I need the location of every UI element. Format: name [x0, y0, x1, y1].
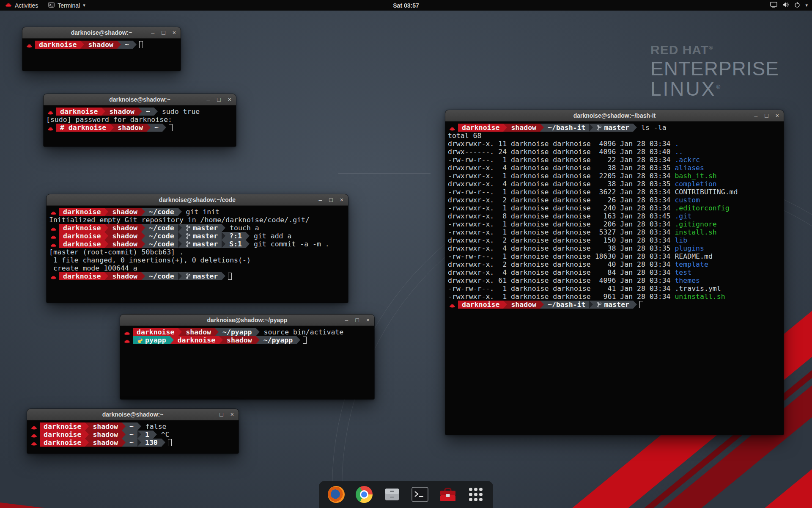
redhat-prompt-icon: [123, 328, 133, 336]
terminal-content[interactable]: darknoiseshadow~ sudo true[sudo] passwor…: [44, 105, 236, 134]
terminal-text: -rw-rw-r--. 1 darknoise darknoise 3622 J…: [448, 188, 675, 196]
close-button[interactable]: ×: [366, 317, 370, 323]
powerline-separator-icon: [102, 108, 105, 116]
powerline-separator-icon: [80, 41, 84, 49]
powerline-separator-icon: [104, 224, 108, 232]
dock-chrome[interactable]: [354, 485, 374, 504]
close-button[interactable]: ×: [340, 197, 343, 203]
window-controls: –□×: [319, 194, 343, 205]
top-bar-left: Activities Terminal ▾: [0, 0, 91, 11]
terminal-text: aliases: [675, 164, 704, 172]
minimize-button[interactable]: –: [345, 317, 348, 323]
terminal-content[interactable]: darknoiseshadow~ falsedarknoiseshadow~1 …: [27, 420, 239, 449]
window-controls: –□×: [207, 94, 231, 105]
redhat-prompt-icon: [49, 208, 59, 216]
dock-terminal[interactable]: [410, 485, 430, 504]
prompt-segment-user: # darknoise: [56, 124, 110, 132]
prompt-segment-path: ~/code: [145, 208, 178, 216]
prompt-segment-host: shadow: [182, 328, 215, 336]
powerline-separator-icon: [110, 124, 114, 132]
powerline-separator-icon: [147, 124, 151, 132]
terminal-content[interactable]: darknoiseshadow~/bash-itmaster ls -latot…: [445, 121, 784, 311]
powerline-separator-icon: [178, 240, 182, 248]
powerline-separator-icon: [122, 431, 126, 439]
prompt-segment-path: ~: [142, 108, 154, 116]
minimize-button[interactable]: –: [151, 30, 155, 36]
terminal-text: -rwxrwxr-x. 1 darknoise darknoise 5327 J…: [448, 228, 675, 236]
redhat-prompt-icon: [448, 124, 458, 132]
window-titlebar[interactable]: darknoise@shadow:~ –□×: [22, 27, 181, 39]
close-button[interactable]: ×: [776, 113, 779, 119]
maximize-button[interactable]: □: [217, 97, 220, 102]
terminal-text: -rw-rw-r--. 1 darknoise darknoise 22 Jan…: [448, 156, 675, 164]
window-title: darknoise@shadow:~: [71, 29, 132, 36]
minimize-button[interactable]: –: [754, 113, 758, 119]
terminal-text: test: [675, 268, 691, 276]
close-button[interactable]: ×: [230, 411, 234, 417]
terminal-text: lib: [675, 236, 687, 244]
maximize-button[interactable]: □: [329, 197, 332, 203]
minimize-button[interactable]: –: [207, 97, 210, 102]
terminal-window-bash-it: darknoise@shadow:~/bash-it –□× darknoise…: [445, 110, 784, 435]
activities-button[interactable]: Activities: [0, 0, 43, 11]
close-button[interactable]: ×: [173, 30, 176, 36]
close-button[interactable]: ×: [228, 97, 231, 102]
dock-toolbox[interactable]: [438, 485, 458, 504]
prompt-segment-host: shadow: [105, 108, 138, 116]
window-titlebar[interactable]: darknoise@shadow:~/pyapp –□×: [120, 315, 374, 326]
powerline-separator-icon: [104, 272, 108, 280]
window-controls: –□×: [209, 409, 234, 420]
redhat-prompt-icon: [46, 108, 56, 116]
window-titlebar[interactable]: darknoise@shadow:~ –□×: [27, 409, 239, 420]
terminal-cursor: [303, 337, 307, 344]
prompt-segment-host: shadow: [108, 232, 141, 240]
window-titlebar[interactable]: darknoise@shadow:~ –□×: [44, 94, 236, 105]
maximize-button[interactable]: □: [765, 113, 768, 119]
terminal-content[interactable]: darknoiseshadow~/code git initInitialize…: [47, 206, 348, 282]
powerline-separator-icon: [122, 422, 126, 431]
terminal-text: ls -la: [637, 124, 667, 132]
terminal-text: themes: [675, 276, 700, 284]
minimize-button[interactable]: –: [319, 197, 322, 203]
dock-firefox[interactable]: [326, 485, 346, 504]
redhat-prompt-icon: [448, 301, 458, 309]
terminal-icon: [411, 486, 428, 503]
minimize-button[interactable]: –: [209, 411, 213, 417]
powerline-separator-icon: [141, 208, 145, 216]
clock[interactable]: Sat 03:57: [393, 2, 419, 9]
prompt-segment-user: darknoise: [59, 208, 104, 216]
display-icon[interactable]: [770, 2, 777, 9]
terminal-line: darknoiseshadow~/codemaster: [49, 272, 346, 280]
firefox-icon: [328, 486, 345, 503]
window-titlebar[interactable]: darknoise@shadow:~/code –□×: [47, 194, 348, 206]
terminal-text: drwxrwxr-x. 2 darknoise darknoise 150 Ja…: [448, 236, 675, 244]
maximize-button[interactable]: □: [219, 411, 223, 417]
maximize-button[interactable]: □: [162, 30, 165, 36]
dock-files[interactable]: [382, 485, 402, 504]
top-bar: Activities Terminal ▾ Sat 03:57 ▾: [0, 0, 812, 11]
maximize-button[interactable]: □: [355, 317, 359, 323]
chevron-down-icon: ▾: [83, 3, 85, 8]
dock-app-grid[interactable]: [466, 485, 486, 504]
prompt-segment-path: ~/code: [145, 272, 178, 280]
terminal-text: drwxrwxr-x. 61 darknoise darknoise 4096 …: [448, 276, 675, 284]
terminal-line: [sudo] password for darknoise:: [46, 116, 233, 124]
terminal-text: touch a: [225, 224, 259, 232]
terminal-text: drwxrwxr-x. 4 darknoise darknoise 84 Jan…: [448, 268, 675, 276]
powerline-separator-icon: [222, 240, 225, 248]
powerline-separator-icon: [215, 328, 219, 336]
terminal-content[interactable]: darknoiseshadow~/pyapp source bin/activa…: [120, 326, 374, 346]
powerline-separator-icon: [219, 336, 223, 344]
powerline-separator-icon: [222, 272, 225, 280]
powerline-separator-icon: [104, 208, 108, 216]
power-icon[interactable]: [794, 2, 800, 9]
powerline-separator-icon: [141, 272, 145, 280]
app-menu-terminal[interactable]: Terminal ▾: [43, 0, 90, 11]
volume-icon[interactable]: [782, 2, 789, 9]
redhat-prompt-icon: [30, 431, 40, 439]
system-status-area[interactable]: ▾: [770, 0, 812, 11]
window-titlebar[interactable]: darknoise@shadow:~/bash-it –□×: [445, 110, 784, 121]
terminal-content[interactable]: darknoiseshadow~: [22, 39, 181, 51]
powerline-separator-icon: [141, 224, 145, 232]
prompt-segment-path: 130: [141, 439, 162, 447]
